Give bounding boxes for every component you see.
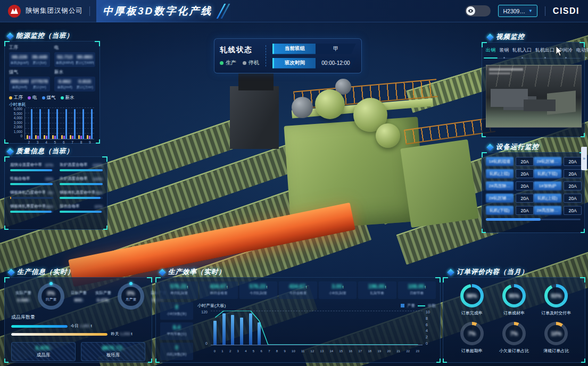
diamond-icon [447, 268, 454, 276]
app-title-band: 中厚板3D数字化产线 [96, 0, 230, 22]
quality-panel-title-text: 质量信息（当班） [16, 147, 73, 156]
equipment-panel-title: 设备运行监控 [487, 143, 539, 152]
efficiency-stat: 108.00t目标节奏 [398, 281, 436, 299]
video-tab-charging[interactable]: 装钢 [499, 47, 509, 55]
divider [266, 45, 266, 66]
output-chart-left-axis: 1200 [197, 310, 209, 345]
energy-value-label: 累计(tce) [30, 61, 49, 65]
camera-osd-text [489, 68, 523, 71]
energy-value: 80.883 [76, 54, 95, 60]
equipment-panel: 1#轧机辊道20A 2#轧区辅…20A 轧机(上辊)20A 轧机(下辊)20A … [482, 152, 585, 233]
energy-value-label: 单耗(m³/t) [55, 85, 74, 90]
energy-group-name: 工序 [9, 45, 50, 51]
quality-item: 超快冷温度命中率97% [10, 162, 53, 171]
top-header: 陕钢集团汉钢公司 中厚板3D数字化产线 H2309… ▼ CISDI [0, 0, 588, 22]
output-chart-plot [211, 311, 423, 345]
eye-icon [466, 6, 475, 15]
orders-panel-title: 订单评价内容（当月） [448, 268, 528, 277]
line-status-left: 轧线状态 生产 停机 [220, 45, 259, 66]
line-status-panel: 轧线状态 生产 停机 当前班组 甲 班次时间 00:00-12:00 [214, 38, 362, 73]
efficiency-side-stat: 8.4平均节奏(分) [160, 322, 193, 340]
diamond-icon [6, 147, 14, 155]
equipment-row: 1#轧机辊道20A 2#轧区辅…20A [486, 157, 581, 166]
energy-value: 52.713 [55, 54, 74, 60]
video-tab-mill-exit[interactable]: 轧机出口 [535, 47, 554, 55]
production-panel-title: 生产信息（实时） [9, 268, 74, 277]
orders-panel-title-text: 订单评价内容（当月） [457, 268, 528, 277]
energy-value: 486.040 [10, 78, 29, 84]
efficiency-panel-title: 生产效率（实时） [160, 268, 226, 277]
equipment-chip: 1#轧机辊道20A [486, 157, 534, 166]
equipment-row: 2#高压除…20A 1#加热炉20A [486, 181, 581, 190]
quality-item: 钢板终轧厚度命中率96% [10, 204, 53, 213]
equipment-panel-title-text: 设备运行监控 [496, 143, 539, 152]
equipment-chip: 轧机(上辊)20A [486, 169, 534, 178]
energy-chart-legend: 工序电煤气新水 [9, 95, 95, 101]
shift-time-chip: 班次时间 00:00-12:00 [272, 58, 356, 69]
energy-group-gas: 煤气 486.040单耗(m³/t) 277578累计(m³) [9, 69, 50, 91]
production-panel-title-text: 生产信息（实时） [17, 268, 74, 277]
video-tab-tapping[interactable]: 出钢 [486, 47, 495, 55]
output-chart-title: 小时产量(大板) [197, 303, 226, 309]
equipment-scrollbar-track [486, 219, 581, 220]
line-select-dropdown[interactable]: H2309… ▼ [498, 5, 537, 17]
efficiency-stat: 434.67t昨日合格量 [200, 281, 237, 299]
output-chart-legend: 产量 块数 [401, 303, 436, 309]
energy-group-process: 工序 68.226单耗(kgce/t) 39.449累计(tce) [9, 45, 50, 67]
gauge-knob [129, 282, 132, 285]
efficiency-stat: 196.00t轧制节奏 [358, 281, 396, 299]
quality-panel-title: 质量信息（当班） [7, 147, 73, 156]
energy-group-name: 煤气 [9, 69, 50, 76]
energy-hourly-chart: 6,0005,0004,0003,0002,0001,0000 23456789 [9, 107, 95, 146]
equipment-row: 轧机(上辊)20A 轧机(下辊)20A [486, 169, 581, 178]
energy-value-label: 单耗(kgce/t) [10, 61, 29, 65]
video-tab-intercooling[interactable]: 中间冷 [558, 47, 573, 55]
diamond-icon [7, 268, 15, 276]
efficiency-side-stat: 8小时块数(块) [160, 302, 193, 320]
video-tab-mill-entry[interactable]: 轧机入口 [512, 47, 532, 55]
equipment-chip: 轧机(上辊)20A [534, 194, 582, 203]
diamond-icon [486, 33, 494, 40]
quality-item: 出炉温度合格率100% [60, 176, 103, 185]
header-divider [545, 6, 545, 16]
video-panel-title: 视频监控 [487, 32, 525, 41]
current-shift-chip: 当前班组 甲 [272, 44, 356, 54]
energy-value-label: 累计(万kWh) [76, 61, 95, 65]
orders-panel: 98%订单完成率 95%订单成材率 93%订单及时交付率 7%订单超期率 7%小… [443, 277, 585, 363]
order-gauge: 98%订单完成率 [451, 284, 493, 316]
energy-group-name: 新水 [54, 69, 95, 76]
dashboard-root: 陕钢集团汉钢公司 中厚板3D数字化产线 H2309… ▼ CISDI 能源监控（… [0, 0, 588, 366]
order-gauge: 10%薄规订单占比 [535, 322, 577, 354]
header-divider [89, 6, 90, 16]
efficiency-stat: 576.23t今日轧制量 [239, 281, 277, 299]
company-logo [7, 4, 21, 18]
line-status-title: 轧线状态 [220, 45, 259, 55]
diamond-icon [486, 143, 494, 151]
app-title: 中厚板3D数字化产线 [103, 4, 212, 18]
stock-title: 成品库数量 [11, 314, 145, 321]
monthly-output-donut: 0%月产量 [118, 283, 144, 310]
order-gauge: 7%订单超期率 [451, 322, 493, 354]
daily-output-donut: 0%日产量 [38, 283, 64, 310]
stopped-dot [243, 61, 246, 65]
energy-group-electricity: 电 52.713单耗(kWh/t) 80.883累计(万kWh) [54, 45, 95, 67]
energy-value-label: 累计(m³) [30, 85, 49, 90]
gauge-knob [49, 282, 53, 285]
video-feed[interactable] [486, 65, 582, 128]
equipment-row: 2#轧区辅…20A 轧机(上辊)20A [486, 194, 581, 203]
production-panel: 实际产量0.045t 0%日产量 目标产量900t 实际产量0.476t 0%月… [4, 277, 152, 363]
chevron-down-icon: ▼ [528, 9, 533, 13]
quality-item: 探伤合格率97% [60, 204, 103, 213]
panel-collapse-handle[interactable]: » [581, 147, 587, 170]
visibility-toggle[interactable] [465, 5, 491, 16]
equipment-row: 轧机(下辊)20A 2#高压除…20A [486, 206, 581, 215]
video-tab-hot-saw[interactable]: 电动热… [576, 47, 588, 55]
energy-value: 6.662 [55, 78, 74, 84]
camera-machinery [491, 89, 528, 107]
energy-group-water: 新水 6.662单耗(m³/t) 0.915累计(万m³) [54, 69, 95, 91]
energy-value-label: 累计(万m³) [76, 85, 95, 90]
order-gauge: 93%订单及时交付率 [535, 284, 577, 316]
camera-osd-text [489, 72, 510, 74]
energy-chart-y-axis: 6,0005,0004,0003,0002,0001,0000 [9, 107, 22, 138]
equipment-scrollbar[interactable] [486, 218, 541, 221]
